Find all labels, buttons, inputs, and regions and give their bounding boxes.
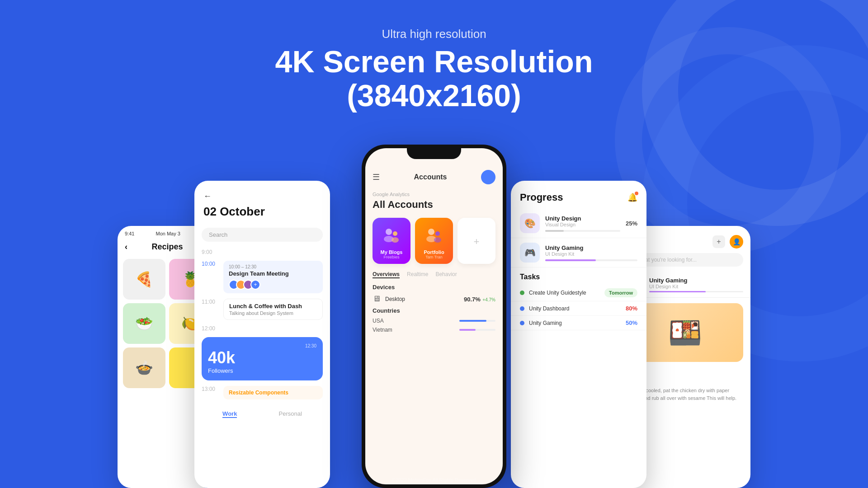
country-bar-vietnam-container	[459, 329, 495, 331]
task-info-unity-dashboard: Unity Dashboard	[520, 305, 626, 312]
recipe-item-pizza[interactable]: 🍕	[123, 259, 165, 300]
prog-pct-unity-design: 25%	[626, 220, 637, 227]
task-info-unity-gaming-task: Unity Gaming	[520, 320, 626, 326]
recipe-item-soup[interactable]: 🍲	[123, 347, 165, 388]
task-row-unity-dashboard[interactable]: Unity Dashboard 80%	[511, 301, 646, 316]
phone-devices-label: Devices	[373, 284, 495, 291]
account-card-blogs[interactable]: My Blogs Freebies	[373, 218, 410, 264]
phone-section-title: All Accounts	[373, 199, 495, 211]
header-subtitle: Ultra high resolution	[0, 27, 868, 41]
task-dot-unity-dashboard	[520, 306, 524, 311]
prog-header: Progress 🔔	[511, 181, 646, 209]
phone-devices-row: 🖥 Desktop 90.7% +4.7%	[373, 294, 495, 304]
svg-point-2	[393, 231, 397, 236]
phone-tab-realtime[interactable]: Realtime	[407, 271, 428, 278]
device-pct-block: 90.7% +4.7%	[464, 295, 495, 303]
task-dot-unity-gaming-task	[520, 321, 524, 325]
device-name: Desktop	[385, 296, 459, 302]
account-card-add[interactable]: +	[458, 218, 495, 264]
prog-bell-dot	[635, 192, 638, 195]
food-avatar: 👤	[730, 235, 743, 249]
cal-big-card[interactable]: 12:30 40k Followers	[202, 337, 323, 380]
cal-time-label-11: 11:00	[202, 299, 220, 305]
prog-bar-fill-unity-design	[545, 230, 564, 232]
svg-point-7	[434, 237, 441, 243]
phone-menu-icon[interactable]: ☰	[373, 172, 380, 182]
account-add-icon: +	[474, 236, 480, 248]
cal-time-label-13: 13:00	[202, 386, 220, 392]
task-name-unity-dashboard: Unity Dashboard	[529, 305, 569, 312]
prog-name-unity-design: Unity Design	[545, 215, 620, 222]
task-name-unity-gaming-task: Unity Gaming	[529, 320, 562, 326]
cal-event-meeting-time: 10:00 – 12:30	[229, 264, 317, 269]
cal-big-card-number: 40k	[208, 348, 316, 367]
center-phone: ☰ Accounts Google Analytics All Accounts	[362, 145, 506, 488]
prog-icon-unity-design: 🎨	[520, 213, 540, 233]
cal-time-row-9: 9:00	[194, 246, 330, 258]
phone-tab-behavior[interactable]: Behavior	[435, 271, 457, 278]
prog-item-unity-gaming: 🎮 Unity Gaming UI Design Kit	[511, 238, 646, 267]
cal-avatar-plus: +	[250, 280, 260, 290]
prog-name-unity-gaming: Unity Gaming	[545, 244, 637, 251]
prog-tasks-title: Tasks	[511, 267, 646, 285]
cal-event-meeting[interactable]: 10:00 – 12:30 Design Team Meeting +	[223, 261, 323, 293]
prog-bell-icon[interactable]: 🔔	[627, 192, 637, 202]
task-pct-unity-dashboard: 80%	[626, 305, 637, 312]
cal-header: ← 02 October	[194, 181, 330, 223]
food-emoji: 🍱	[668, 317, 702, 349]
country-row-usa: USA	[373, 318, 495, 324]
recipes-back-icon[interactable]: ‹	[125, 242, 127, 252]
cal-event-lunch-sub: Talking about Design System	[229, 310, 317, 316]
phone-accounts-grid: My Blogs Freebies	[373, 218, 495, 264]
food-unity-gaming-sub: UI Design Kit	[649, 284, 743, 289]
task-row-unity-gaming[interactable]: Unity Gaming 50%	[511, 316, 646, 330]
prog-bar-wrap-unity-design	[545, 230, 620, 232]
phone-avatar-btn[interactable]	[481, 170, 495, 184]
country-bar-usa-container	[459, 320, 495, 322]
cal-big-card-label: Followers	[208, 367, 316, 374]
cal-tab-work[interactable]: Work	[222, 410, 237, 418]
phone-tabs: Overviews Realtime Behavior	[373, 271, 495, 278]
cal-tab-personal[interactable]: Personal	[279, 410, 302, 418]
device-info: Desktop	[385, 296, 459, 302]
prog-title: Progress	[520, 192, 563, 203]
card-progress: Progress 🔔 🎨 Unity Design Visual Design …	[511, 181, 646, 488]
recipe-item-salad[interactable]: 🥗	[123, 303, 165, 344]
account-card-portfolio[interactable]: Portfolio Tam Tran	[415, 218, 453, 264]
phone-screen-inner: ☰ Accounts Google Analytics All Accounts	[365, 148, 503, 484]
food-unity-gaming-bar	[649, 291, 743, 292]
task-row-create-unity[interactable]: Create Unity Guidestyle Tomorrow	[511, 285, 646, 301]
cal-resizable-label: Resizable Components	[229, 389, 288, 396]
account-card-portfolio-sub: Tam Tran	[425, 255, 443, 259]
food-unity-gaming-fill	[649, 291, 706, 292]
svg-point-0	[386, 229, 392, 235]
account-card-blogs-icon	[380, 224, 403, 247]
cal-time-label-12: 12:00	[202, 325, 220, 332]
cal-big-card-time: 12:30	[208, 343, 316, 348]
prog-icon-unity-gaming: 🎮	[520, 243, 540, 263]
phone-top-bar: ☰ Accounts	[373, 170, 495, 184]
food-add-btn[interactable]: +	[712, 235, 725, 248]
prog-bar-wrap-unity-gaming	[545, 259, 637, 261]
cal-search[interactable]: Search	[202, 228, 323, 242]
prog-bar-fill-unity-gaming	[545, 259, 596, 261]
cal-time-row-10: 10:00 10:00 – 12:30 Design Team Meeting …	[194, 258, 330, 296]
cal-time-row-13: 13:00 Resizable Components	[194, 383, 330, 402]
food-unity-gaming-info: Unity Gaming UI Design Kit	[649, 277, 743, 292]
device-pct: 90.7%	[464, 296, 481, 303]
country-bar-vietnam	[459, 329, 476, 331]
desktop-icon: 🖥	[373, 294, 381, 304]
cal-event-meeting-title: Design Team Meeting	[229, 270, 317, 277]
country-name-vietnam: Vietnam	[373, 327, 392, 333]
cal-event-lunch[interactable]: Lunch & Coffee with Dash Talking about D…	[223, 299, 323, 320]
phone-tab-overviews[interactable]: Overviews	[373, 271, 400, 278]
food-unity-gaming-name: Unity Gaming	[649, 277, 743, 284]
phone-screen: ☰ Accounts Google Analytics All Accounts	[365, 148, 503, 484]
cal-date: 02 October	[203, 205, 321, 219]
phone-frame: ☰ Accounts Google Analytics All Accounts	[362, 145, 506, 488]
task-dot-create-unity	[520, 291, 524, 295]
cal-time-label-10: 10:00	[202, 261, 220, 267]
cal-back-icon[interactable]: ←	[203, 192, 321, 201]
recipes-time: 9:41	[125, 231, 134, 236]
task-pct-unity-gaming: 50%	[626, 319, 637, 326]
